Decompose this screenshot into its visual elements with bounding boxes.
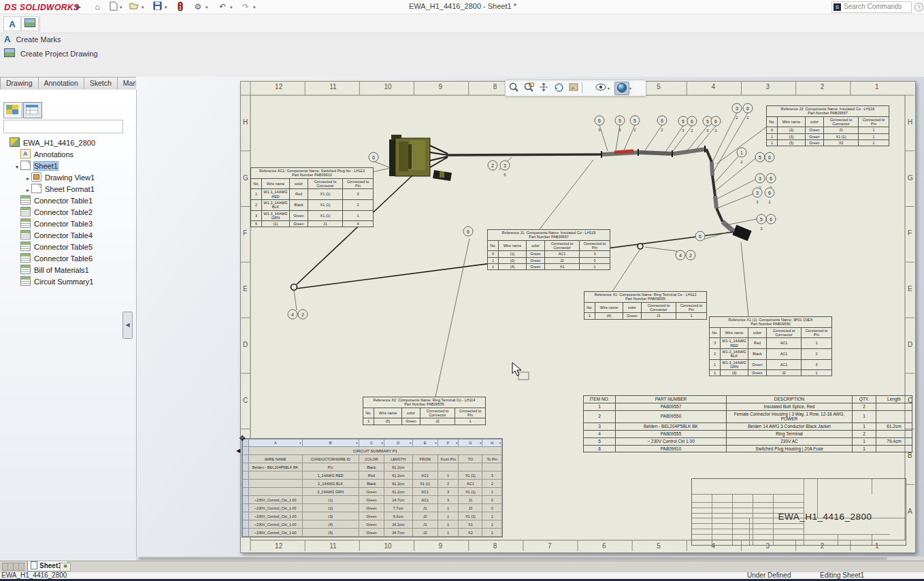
property-manager-tab[interactable]	[23, 102, 42, 118]
tree-item-connector-table3[interactable]: Connector Table3	[0, 218, 135, 230]
expander-arrow[interactable]: ▸	[24, 184, 31, 196]
undo-dropdown-arrow[interactable]: ▾	[230, 5, 233, 10]
help-icon[interactable]: ?	[914, 3, 923, 12]
previous-view-icon[interactable]	[567, 82, 580, 94]
tree-item-connector-table1[interactable]: Connector Table1	[0, 195, 135, 207]
excel-column-C[interactable]: C▾	[359, 439, 384, 447]
add-sheet-button[interactable]: ✸	[60, 563, 71, 571]
connector-table-j1[interactable]: Reference J1: Components Name: Insulated…	[487, 229, 610, 270]
command-item-marks[interactable]: ACreate Marks	[4, 34, 61, 48]
svg-text:2: 2	[633, 128, 636, 132]
connector-table-j2[interactable]: Reference J2: Components Name: Insulated…	[766, 105, 889, 146]
circuit-summary-spreadsheet[interactable]: A▾B▾C▾D▾E▾F▾G▾H▾CIRCUIT SUMMARY P1WIRE N…	[242, 438, 503, 537]
tree-item-circuit-summary1[interactable]: Circuit Summary1	[0, 276, 135, 288]
ribbon-tab-drawing[interactable]: Drawing	[0, 77, 39, 89]
excel-column-G[interactable]: G▾	[459, 439, 482, 447]
expander-arrow[interactable]: ▾	[14, 161, 20, 173]
svg-text:6: 6	[598, 118, 601, 123]
connector-table-ac1[interactable]: Reference AC1: Components Name: Switched…	[250, 167, 374, 227]
redo-icon[interactable]: ↷	[240, 1, 252, 12]
svg-text:6: 6	[372, 155, 375, 160]
tree-item-connector-table4[interactable]: Connector Table4	[0, 230, 135, 242]
excel-column-D[interactable]: D▾	[384, 439, 412, 447]
excel-column-F[interactable]: F▾	[438, 439, 459, 447]
zone-col-top: 9	[439, 83, 443, 90]
circuit-row: ~230V_Control_Ckt_1.00(2)Green7.7cmJ11J2…	[243, 504, 502, 512]
svg-text:6: 6	[768, 190, 771, 195]
zoom-area-icon[interactable]	[522, 82, 535, 94]
circuit-row: Belden - BEL204P5BLK BKPUBlack61.2cm	[243, 463, 502, 471]
zone-row-right: B	[908, 452, 912, 459]
panel-collapse-handle[interactable]: ◀	[122, 312, 133, 339]
zone-col-top: 2	[821, 83, 825, 90]
search-scope-icon[interactable]: S	[834, 3, 841, 11]
excel-column-H[interactable]: H▾	[482, 439, 502, 447]
tree-item-sheet1[interactable]: ▾Sheet1	[0, 161, 135, 172]
title-bar: DS SOLIDWORKS ▶ ⌂ ▾ ▾ ▾ ⚙ ▾ ↶ ▾ ↷ ▾ EWA_…	[0, 0, 924, 14]
tree-filter-input[interactable]	[3, 120, 123, 133]
expander-arrow[interactable]: ▸	[24, 173, 31, 184]
search-commands-input[interactable]: S Search Commands	[831, 1, 912, 13]
tree-item-drawing-view1[interactable]: ▸Drawing View1	[0, 172, 135, 184]
pan-icon[interactable]	[537, 82, 550, 94]
open-icon[interactable]	[128, 1, 140, 12]
display-style-sphere-icon[interactable]	[614, 82, 629, 95]
tree-item-bill-of-materials1[interactable]: Bill of Materials1	[0, 265, 135, 276]
home-icon[interactable]: ⌂	[91, 1, 103, 12]
excel-column-E[interactable]: E▾	[412, 439, 438, 447]
spreadsheet-move-handle-icon[interactable]: ✥	[237, 433, 247, 443]
excel-column-B[interactable]: B▾	[302, 439, 359, 447]
table-row: 5~ 230V Control Ckt 1.00230V AC179.4cm	[584, 437, 912, 445]
create-project-drawing-button[interactable]	[21, 16, 39, 31]
zoom-fit-icon[interactable]	[507, 82, 521, 94]
zone-col-top: 11	[329, 83, 336, 90]
save-icon[interactable]	[151, 1, 163, 12]
redo-dropdown-arrow[interactable]: ▾	[253, 5, 256, 10]
spreadsheet-resize-arrow-icon[interactable]: ◀	[236, 448, 240, 454]
tree-item-sheet-format1[interactable]: ▸Sheet Format1	[0, 184, 135, 195]
table-row: 1(4)GreenJ11	[584, 313, 707, 319]
bill-of-materials-table[interactable]: ITEM NO.PART NUMBERDESCRIPTIONQTY.Length…	[583, 395, 912, 452]
svg-text:3: 3	[714, 129, 717, 133]
svg-text:3: 3	[706, 129, 709, 133]
status-under-defined: Under Defined	[747, 571, 791, 579]
save-dropdown-arrow[interactable]: ▾	[165, 5, 167, 10]
tree-item-connector-table5[interactable]: Connector Table5	[0, 242, 135, 253]
feature-manager-tab[interactable]	[3, 102, 22, 118]
tree-item-ewa-h1-4416-2800[interactable]: EWA_H1_4416_2800	[0, 137, 135, 149]
create-marks-icon: A	[9, 19, 15, 29]
hide-show-items-eye-icon[interactable]	[594, 82, 608, 94]
rebuild-icon[interactable]	[174, 1, 186, 12]
undo-icon[interactable]: ↶	[216, 1, 229, 12]
display-style-dropdown-arrow[interactable]: ▾	[629, 86, 631, 90]
logo-expand-arrow[interactable]: ▶	[76, 3, 81, 10]
table-icon	[20, 253, 31, 263]
tab-nav-last-button[interactable]	[18, 563, 24, 571]
tree-item-connector-table6[interactable]: Connector Table6	[0, 253, 135, 265]
scrollbar-thumb[interactable]	[139, 557, 887, 560]
settings-dropdown-arrow[interactable]: ▾	[205, 5, 208, 10]
zone-row-right: G	[908, 174, 913, 182]
command-item-project-drawing[interactable]: Create Project Drawing	[4, 48, 98, 62]
ribbon-tab-sketch[interactable]: Sketch	[84, 77, 118, 89]
zone-row-right: H	[908, 118, 912, 126]
create-marks-button[interactable]: A	[3, 16, 21, 31]
ribbon-tab-annotation[interactable]: Annotation	[38, 77, 84, 89]
status-editing-sheet: Editing Sheet1	[820, 571, 864, 579]
settings-gear-icon[interactable]: ⚙	[192, 1, 204, 12]
new-document-icon[interactable]	[108, 1, 120, 12]
tree-item-connector-table2[interactable]: Connector Table2	[0, 207, 135, 218]
connector-table-x2[interactable]: Reference X2: Components Name: Ring Term…	[363, 397, 486, 425]
svg-text:6: 6	[691, 119, 693, 124]
table-row: 1W1-3_14AWG GRNGreenAC13	[710, 359, 832, 370]
eye-dropdown-arrow[interactable]: ▾	[608, 86, 610, 90]
end-connector	[732, 225, 751, 241]
new-dropdown-arrow[interactable]: ▾	[120, 5, 122, 10]
tree-item-annotations[interactable]: Annotations	[0, 149, 135, 161]
rotate-view-icon[interactable]	[552, 82, 565, 94]
svg-text:6: 6	[661, 118, 663, 123]
excel-column-A[interactable]: A▾	[248, 439, 302, 447]
connector-table-x1[interactable]: Reference X1: Components Name: Ring Term…	[584, 291, 707, 320]
connector-table-x1-1[interactable]: Reference X1 (1): Components Name: 3P01 …	[709, 316, 832, 376]
open-dropdown-arrow[interactable]: ▾	[142, 5, 144, 10]
